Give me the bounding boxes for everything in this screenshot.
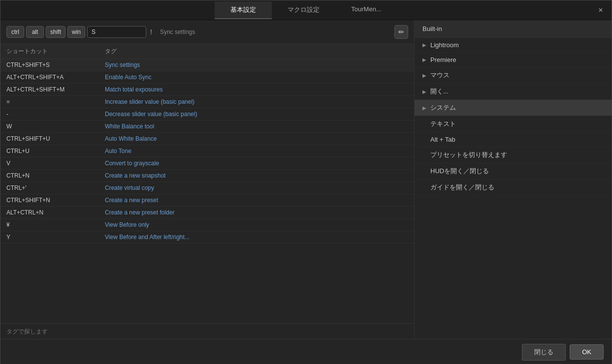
title-bar: 基本設定 マクロ設定 TourMen... × — [0, 0, 612, 20]
key-badge-alt[interactable]: alt — [26, 26, 44, 38]
search-area: ctrl alt shift win ! Sync settings ✏ — [0, 20, 414, 44]
right-panel: Built-in ▶ Lightroom ▶ Premiere ▶ マウス ▶ … — [415, 20, 612, 339]
tab-macro[interactable]: マクロ設定 — [272, 1, 335, 19]
table-row[interactable]: CTRL+SHIFT+U Auto White Balance — [0, 133, 414, 145]
table-row[interactable]: = Increase slider value (basic panel) — [0, 96, 414, 108]
chevron-right-icon: ▶ — [422, 73, 426, 78]
dialog: 基本設定 マクロ設定 TourMen... × ctrl alt shift w… — [0, 0, 612, 364]
table-row[interactable]: CTRL+SHIFT+S Sync settings — [0, 59, 414, 71]
tab-basic[interactable]: 基本設定 — [215, 1, 272, 19]
shortcut-action: View Before and After left/right... — [105, 234, 408, 241]
shortcut-key: ALT+CTRL+SHIFT+A — [6, 74, 105, 81]
edit-icon[interactable]: ✏ — [394, 25, 408, 39]
table-row[interactable]: ¥ View Before only — [0, 219, 414, 231]
list-item[interactable]: ▶ Premiere — [415, 53, 612, 67]
shortcut-action: Auto White Balance — [105, 135, 408, 142]
close-button[interactable]: 閉じる — [522, 344, 566, 361]
shortcut-key: CTRL+N — [6, 172, 105, 179]
shortcut-key: W — [6, 123, 105, 130]
key-badge-win[interactable]: win — [67, 26, 85, 38]
shortcut-action: White Balance tool — [105, 123, 408, 130]
table-row[interactable]: Y View Before and After left/right... — [0, 231, 414, 243]
shortcut-action: Create a new preset — [105, 197, 408, 204]
list-item[interactable]: ▶ テキスト — [415, 116, 612, 132]
tag-search-input[interactable] — [6, 328, 408, 335]
category-label: Lightroom — [430, 41, 459, 49]
table-row[interactable]: CTRL+U Auto Tone — [0, 145, 414, 157]
chevron-right-icon: ▶ — [422, 57, 426, 62]
list-item[interactable]: ▶ ガイドを開く／閉じる — [415, 180, 612, 196]
shortcut-action: Sync settings — [105, 61, 408, 68]
tag-column-header: タグ — [105, 47, 408, 56]
table-row[interactable]: W White Balance tool — [0, 121, 414, 133]
table-row[interactable]: ALT+CTRL+SHIFT+A Enable Auto Sync — [0, 71, 414, 84]
table-row[interactable]: CTRL+N Create a new snapshot — [0, 170, 414, 182]
table-row[interactable]: CTRL+' Create virtual copy — [0, 182, 414, 194]
shortcut-key: CTRL+U — [6, 148, 105, 154]
shortcut-key: CTRL+' — [6, 184, 105, 191]
list-item[interactable]: ▶ マウス — [415, 67, 612, 84]
column-headers: ショートカット タグ — [0, 44, 414, 59]
shortcut-key: CTRL+SHIFT+S — [6, 61, 105, 68]
tag-search-label: Sync settings — [160, 29, 392, 35]
shortcut-key: = — [6, 98, 105, 105]
shortcut-action: Decrease slider value (basic panel) — [105, 111, 408, 118]
table-row[interactable]: V Convert to grayscale — [0, 157, 414, 170]
key-badge-shift[interactable]: shift — [46, 26, 65, 38]
shortcut-key: ALT+CTRL+SHIFT+M — [6, 86, 105, 93]
category-label: HUDを開く／閉じる — [430, 167, 489, 176]
category-label: 開く... — [430, 87, 449, 96]
shortcut-list[interactable]: CTRL+SHIFT+S Sync settings ALT+CTRL+SHIF… — [0, 59, 414, 323]
shortcut-key: CTRL+SHIFT+N — [6, 197, 105, 204]
shortcut-action: Create virtual copy — [105, 184, 408, 191]
category-label: テキスト — [430, 120, 456, 128]
right-panel-header: Built-in — [415, 20, 612, 38]
shortcut-action: Create a new preset folder — [105, 209, 408, 216]
list-item[interactable]: ▶ プリセットを切り替えます — [415, 147, 612, 163]
category-label: Premiere — [430, 56, 456, 63]
chevron-right-icon: ▶ — [422, 89, 426, 94]
shortcut-action: Match total exposures — [105, 86, 408, 93]
category-label: マウス — [430, 71, 450, 80]
close-icon[interactable]: × — [596, 5, 606, 15]
category-list[interactable]: ▶ Lightroom ▶ Premiere ▶ マウス ▶ 開く... ▶ シ… — [415, 38, 612, 339]
shortcut-key: ALT+CTRL+N — [6, 209, 105, 216]
shortcut-key: V — [6, 160, 105, 167]
list-item[interactable]: ▶ システム — [415, 100, 612, 116]
shortcut-column-header: ショートカット — [6, 47, 105, 56]
chevron-right-icon: ▶ — [422, 42, 426, 48]
table-row[interactable]: ALT+CTRL+N Create a new preset folder — [0, 207, 414, 219]
chevron-right-icon: ▶ — [422, 105, 426, 111]
category-label: システム — [430, 103, 456, 112]
shortcut-action: View Before only — [105, 221, 408, 228]
key-input[interactable] — [87, 26, 146, 38]
shortcut-action: Auto Tone — [105, 148, 408, 154]
table-row[interactable]: - Decrease slider value (basic panel) — [0, 108, 414, 121]
left-panel: ctrl alt shift win ! Sync settings ✏ ショー… — [0, 20, 415, 339]
key-badge-ctrl[interactable]: ctrl — [6, 26, 24, 38]
tab-tourmenu[interactable]: TourMen... — [335, 1, 397, 19]
shortcut-key: CTRL+SHIFT+U — [6, 135, 105, 142]
shortcut-action: Increase slider value (basic panel) — [105, 98, 408, 105]
ok-button[interactable]: OK — [570, 344, 604, 360]
shortcut-action: Create a new snapshot — [105, 172, 408, 179]
table-row[interactable]: ALT+CTRL+SHIFT+M Match total exposures — [0, 84, 414, 96]
table-row[interactable]: CTRL+SHIFT+N Create a new preset — [0, 194, 414, 207]
footer: 閉じる OK — [0, 339, 612, 364]
list-item[interactable]: ▶ Lightroom — [415, 38, 612, 53]
list-item[interactable]: ▶ Alt + Tab — [415, 132, 612, 147]
category-label: Alt + Tab — [430, 136, 455, 143]
list-item[interactable]: ▶ HUDを開く／閉じる — [415, 163, 612, 180]
shortcut-key: Y — [6, 234, 105, 241]
tag-search-bottom — [0, 323, 414, 339]
main-content: ctrl alt shift win ! Sync settings ✏ ショー… — [0, 20, 612, 339]
search-row: ctrl alt shift win ! Sync settings ✏ — [6, 25, 408, 39]
shortcut-key: ¥ — [6, 221, 105, 228]
shortcut-action: Convert to grayscale — [105, 160, 408, 167]
shortcut-action: Enable Auto Sync — [105, 74, 408, 81]
tab-bar: 基本設定 マクロ設定 TourMen... — [215, 1, 397, 19]
shortcut-key: - — [6, 111, 105, 118]
category-label: プリセットを切り替えます — [430, 151, 507, 159]
category-label: ガイドを開く／閉じる — [430, 183, 494, 192]
list-item[interactable]: ▶ 開く... — [415, 84, 612, 100]
